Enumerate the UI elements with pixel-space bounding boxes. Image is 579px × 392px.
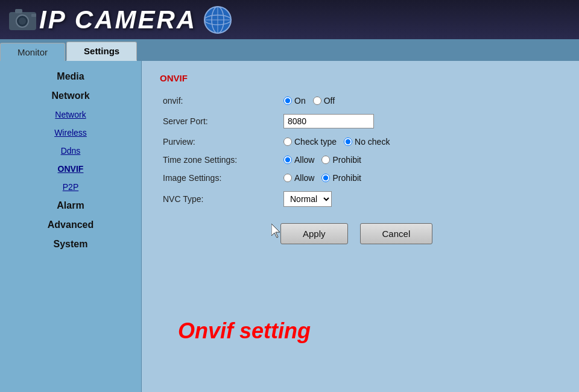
sidebar-item-media[interactable]: Media	[0, 67, 141, 86]
row-purview: Purview: Check type No check	[160, 133, 561, 151]
label-timezone: Time zone Settings:	[160, 151, 280, 169]
sidebar-item-network-heading[interactable]: Network	[0, 86, 141, 106]
label-server-port: Server Port:	[160, 110, 280, 133]
globe-icon	[203, 5, 233, 35]
label-onvif: onvif:	[160, 92, 280, 110]
radio-on[interactable]: On	[283, 96, 306, 106]
section-title: ONVIF	[160, 73, 561, 83]
radio-off-input[interactable]	[313, 96, 321, 105]
label-nvc-type: NVC Type:	[160, 187, 280, 211]
radio-check-type[interactable]: Check type	[283, 137, 337, 147]
row-server-port: Server Port:	[160, 110, 561, 133]
main-layout: Media Network Network Wireless Ddns ONVI…	[0, 61, 579, 392]
value-nvc-type: Normal	[280, 187, 561, 211]
app-title: IP CAMERA	[39, 5, 197, 34]
sidebar-item-wireless[interactable]: Wireless	[0, 124, 141, 142]
svg-rect-4	[31, 14, 36, 17]
nvc-type-select[interactable]: Normal	[283, 191, 332, 207]
row-image-settings: Image Settings: Allow Prohibit	[160, 169, 561, 187]
radio-tz-allow-input[interactable]	[283, 156, 292, 164]
sidebar-item-onvif[interactable]: ONVIF	[0, 160, 141, 178]
radio-img-prohibit-input[interactable]	[321, 174, 330, 182]
tab-settings[interactable]: Settings	[66, 42, 137, 61]
value-timezone: Allow Prohibit	[280, 151, 561, 169]
label-image-settings: Image Settings:	[160, 169, 280, 187]
sidebar-item-alarm[interactable]: Alarm	[0, 196, 141, 215]
radio-no-check-input[interactable]	[344, 138, 352, 146]
apply-button[interactable]: Apply	[280, 223, 348, 244]
svg-point-2	[19, 17, 26, 25]
content-area: ONVIF onvif: On Off	[142, 61, 579, 392]
value-purview: Check type No check	[280, 133, 561, 151]
label-purview: Purview:	[160, 133, 280, 151]
sidebar-item-ddns[interactable]: Ddns	[0, 142, 141, 160]
radio-img-prohibit[interactable]: Prohibit	[321, 173, 361, 183]
radio-off[interactable]: Off	[313, 96, 335, 106]
radio-check-type-input[interactable]	[283, 138, 292, 146]
radio-tz-prohibit[interactable]: Prohibit	[321, 155, 361, 165]
radio-img-allow[interactable]: Allow	[283, 173, 314, 183]
cancel-button[interactable]: Cancel	[360, 223, 433, 244]
radio-on-input[interactable]	[283, 96, 292, 105]
server-port-input[interactable]	[283, 114, 374, 128]
row-timezone: Time zone Settings: Allow Prohibit	[160, 151, 561, 169]
nav-tabs: Monitor Settings	[0, 39, 579, 61]
svg-rect-3	[15, 9, 22, 13]
row-onvif: onvif: On Off	[160, 92, 561, 110]
button-row: Apply Cancel	[280, 223, 561, 244]
settings-form: onvif: On Off Server	[160, 92, 561, 211]
radio-no-check[interactable]: No check	[344, 137, 390, 147]
radio-img-allow-input[interactable]	[283, 174, 292, 182]
sidebar-item-network[interactable]: Network	[0, 106, 141, 124]
sidebar-item-system[interactable]: System	[0, 235, 141, 254]
sidebar-item-p2p[interactable]: P2P	[0, 178, 141, 196]
value-server-port	[280, 110, 561, 133]
radio-tz-prohibit-input[interactable]	[321, 156, 330, 164]
camera-icon	[6, 3, 39, 36]
value-image-settings: Allow Prohibit	[280, 169, 561, 187]
sidebar-item-advanced[interactable]: Advanced	[0, 215, 141, 235]
tab-monitor[interactable]: Monitor	[0, 43, 65, 61]
header: IP CAMERA	[0, 0, 579, 39]
sidebar: Media Network Network Wireless Ddns ONVI…	[0, 61, 142, 392]
value-onvif: On Off	[280, 92, 561, 110]
watermark-text: Onvif setting	[178, 318, 311, 344]
row-nvc-type: NVC Type: Normal	[160, 187, 561, 211]
radio-tz-allow[interactable]: Allow	[283, 155, 314, 165]
